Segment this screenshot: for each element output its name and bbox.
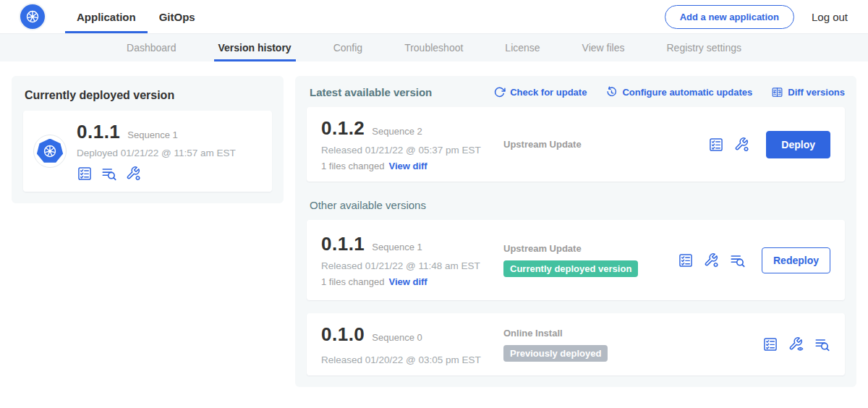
tab-application[interactable]: Application [65, 0, 148, 33]
deploy-button[interactable]: Deploy [766, 131, 830, 158]
version-actions: Deploy [708, 131, 830, 158]
release-notes-icon[interactable] [730, 252, 746, 268]
subnav-tab-registry-settings[interactable]: Registry settings [663, 34, 746, 61]
versions-panel-header: Latest available version Check for updat… [307, 86, 845, 98]
deployed-sequence-label: Sequence 1 [127, 129, 177, 140]
app-logo-icon [33, 135, 67, 168]
view-diff-link[interactable]: View diff [388, 276, 427, 287]
logout-button[interactable]: Log out [812, 11, 848, 23]
config-settings-icon[interactable] [126, 166, 142, 182]
version-info: 0.1.0 Sequence 0 Released 01/20/22 @ 03:… [321, 323, 502, 365]
version-actions: Redeploy [678, 247, 830, 273]
deployed-action-icons [77, 166, 236, 182]
preflight-checks-icon[interactable] [678, 252, 694, 268]
top-right-actions: Add a new application Log out [665, 5, 868, 29]
source-label: Upstream Update [503, 139, 708, 150]
config-view-icon[interactable] [788, 336, 804, 352]
deployed-version-info: 0.1.1 Sequence 1 Deployed 01/21/22 @ 11:… [77, 121, 236, 182]
version-card-0-1-2: 0.1.2 Sequence 2 Released 01/21/22 @ 05:… [307, 107, 845, 182]
version-number: 0.1.1 [321, 233, 365, 255]
other-versions-title: Other available versions [310, 199, 845, 211]
top-nav-bar: Application GitOps Add a new application… [0, 0, 868, 34]
version-card-0-1-0: 0.1.0 Sequence 0 Released 01/20/22 @ 03:… [307, 313, 845, 375]
source-label: Online Install [503, 328, 762, 339]
version-card-0-1-1: 0.1.1 Sequence 1 Released 01/21/22 @ 11:… [307, 220, 845, 300]
check-for-update-label: Check for update [510, 87, 587, 98]
version-history-panel: Latest available version Check for updat… [295, 76, 856, 387]
tab-gitops[interactable]: GitOps [148, 0, 207, 33]
auto-update-schedule-icon [605, 86, 618, 98]
configure-automatic-updates-link[interactable]: Configure automatic updates [605, 86, 752, 98]
version-number: 0.1.2 [321, 117, 365, 140]
version-number: 0.1.0 [321, 323, 365, 346]
source-label: Upstream Update [503, 243, 678, 254]
subnav-tab-config[interactable]: Config [329, 34, 367, 61]
version-source: Online Install Previously deployed [502, 328, 762, 362]
version-info: 0.1.1 Sequence 1 Released 01/21/22 @ 11:… [321, 233, 502, 287]
preflight-checks-icon[interactable] [708, 137, 724, 153]
previously-deployed-badge: Previously deployed [503, 345, 608, 362]
kubernetes-logo-icon [20, 4, 45, 29]
diff-versions-label: Diff versions [788, 87, 845, 98]
version-source: Upstream Update Currently deployed versi… [502, 243, 678, 277]
sequence-label: Sequence 0 [372, 332, 422, 343]
header-actions: Check for update Configure automatic upd… [493, 86, 845, 98]
subnav-tab-version-history[interactable]: Version history [214, 34, 296, 61]
files-changed-row: 1 files changedView diff [321, 161, 502, 171]
files-changed-label: 1 files changed [321, 161, 384, 171]
redeploy-button[interactable]: Redeploy [762, 247, 830, 273]
add-new-application-button[interactable]: Add a new application [665, 5, 794, 29]
released-timestamp: Released 01/21/22 @ 11:48 am EST [321, 260, 502, 271]
files-changed-row: 1 files changedView diff [321, 276, 502, 287]
currently-deployed-badge: Currently deployed version [503, 260, 638, 277]
configure-updates-label: Configure automatic updates [622, 87, 752, 98]
deployed-version-number: 0.1.1 [77, 121, 120, 143]
released-timestamp: Released 01/21/22 @ 05:37 pm EST [321, 145, 502, 156]
subnav-tab-view-files[interactable]: View files [578, 34, 629, 61]
diff-versions-icon [771, 86, 783, 98]
check-for-update-link[interactable]: Check for update [493, 86, 587, 98]
currently-deployed-panel: Currently deployed version 0.1.1 Sequenc… [12, 76, 284, 203]
view-diff-link[interactable]: View diff [388, 161, 427, 171]
refresh-icon [493, 86, 506, 98]
version-info: 0.1.2 Sequence 2 Released 01/21/22 @ 05:… [321, 117, 502, 171]
sequence-label: Sequence 2 [372, 126, 422, 137]
subnav-tab-license[interactable]: License [501, 34, 544, 61]
diff-versions-link[interactable]: Diff versions [771, 86, 845, 98]
main-content: Currently deployed version 0.1.1 Sequenc… [0, 61, 868, 387]
deployed-version-card: 0.1.1 Sequence 1 Deployed 01/21/22 @ 11:… [23, 111, 272, 192]
preflight-checks-icon[interactable] [77, 166, 93, 182]
latest-version-title: Latest available version [310, 86, 432, 98]
app-subnav: Dashboard Version history Config Trouble… [0, 34, 868, 61]
release-notes-icon[interactable] [101, 166, 117, 182]
version-source: Upstream Update [502, 139, 708, 150]
deployed-timestamp: Deployed 01/21/22 @ 11:57 am EST [77, 148, 236, 158]
files-changed-label: 1 files changed [321, 276, 384, 287]
subnav-tab-troubleshoot[interactable]: Troubleshoot [400, 34, 467, 61]
top-tabs: Application GitOps [65, 0, 207, 33]
sequence-label: Sequence 1 [372, 242, 422, 252]
version-actions [762, 336, 830, 352]
release-notes-icon[interactable] [814, 336, 830, 352]
subnav-tab-dashboard[interactable]: Dashboard [122, 34, 181, 61]
config-settings-icon[interactable] [704, 252, 720, 268]
config-settings-icon[interactable] [734, 137, 750, 153]
preflight-checks-icon[interactable] [762, 336, 778, 352]
released-timestamp: Released 01/20/22 @ 03:05 pm EST [321, 354, 502, 365]
deployed-panel-title: Currently deployed version [25, 89, 271, 102]
